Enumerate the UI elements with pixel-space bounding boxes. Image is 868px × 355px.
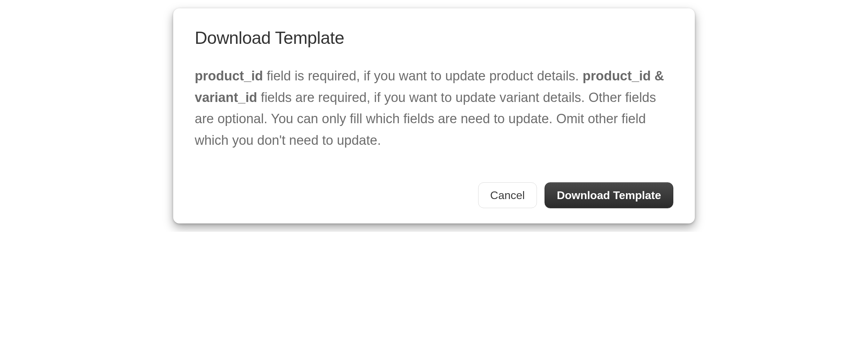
dialog-footer: Cancel Download Template bbox=[195, 182, 673, 208]
description-text-1: field is required, if you want to update… bbox=[263, 69, 582, 83]
description-text-2: fields are required, if you want to upda… bbox=[195, 90, 656, 148]
download-template-button[interactable]: Download Template bbox=[545, 182, 673, 208]
field-name-product-id: product_id bbox=[195, 69, 263, 83]
cancel-button[interactable]: Cancel bbox=[478, 182, 537, 208]
dialog-title: Download Template bbox=[195, 28, 673, 48]
dialog-description: product_id field is required, if you wan… bbox=[195, 65, 673, 151]
download-template-dialog: Download Template product_id field is re… bbox=[173, 8, 695, 223]
